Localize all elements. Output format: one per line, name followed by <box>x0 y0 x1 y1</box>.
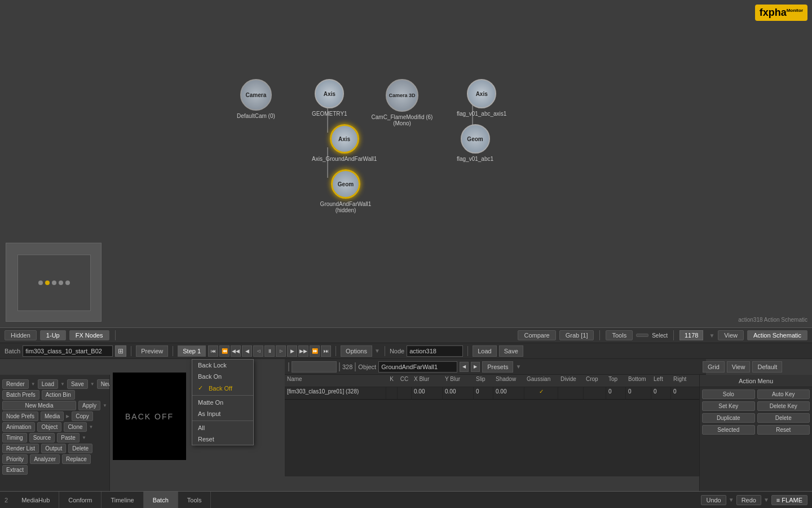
extract-btn[interactable]: Extract <box>2 465 28 475</box>
step-next-slow[interactable]: ▷ <box>276 345 286 357</box>
load-left-btn[interactable]: Load <box>38 379 58 389</box>
batch-input[interactable] <box>23 345 113 357</box>
step-prev[interactable]: ◀◀ <box>231 345 241 357</box>
camera3d-circle[interactable]: Camera 3D <box>386 79 418 112</box>
copy-left-btn[interactable]: Copy <box>72 411 92 421</box>
node-axis1[interactable]: Axis GEOMETRY1 <box>312 79 347 117</box>
step-end[interactable]: ⏭ <box>321 345 331 357</box>
object-input[interactable] <box>378 361 457 373</box>
solo-btn[interactable]: Solo <box>702 389 755 399</box>
node-camera1[interactable]: Camera DefaultCam (0) <box>237 79 275 119</box>
delete-key-btn[interactable]: Delete Key <box>757 401 810 411</box>
grab-btn[interactable]: Grab [1] <box>559 330 594 340</box>
step-prev-key[interactable]: ⏪ <box>219 345 230 357</box>
paste-left-btn[interactable]: Paste <box>57 433 80 443</box>
timing-btn[interactable]: Timing <box>2 433 27 443</box>
step-next1[interactable]: ▶ <box>287 345 297 357</box>
grid-btn[interactable]: Grid <box>703 361 725 373</box>
cell-crop <box>584 387 606 399</box>
tab-mediahub[interactable]: MediaHub <box>12 492 59 508</box>
reset-right-btn[interactable]: Reset <box>757 425 810 435</box>
compare-btn[interactable]: Compare <box>518 330 555 340</box>
undo-btn[interactable]: Undo <box>701 495 726 505</box>
menu-reset[interactable]: Reset <box>192 433 253 445</box>
delete-left-btn[interactable]: Delete <box>68 444 92 453</box>
node-axis3[interactable]: Axis Axis_GroundAndFarWall1 <box>312 124 377 162</box>
options-btn[interactable]: Options <box>341 345 372 357</box>
flame-btn[interactable]: ≡ FLAME <box>771 495 807 505</box>
tab-tools[interactable]: Tools <box>178 492 211 508</box>
source-btn[interactable]: Source <box>29 433 55 443</box>
delete-right-btn[interactable]: Delete <box>757 413 810 423</box>
output-btn[interactable]: Output <box>41 444 66 453</box>
node-geom1[interactable]: Geom flag_v01_abc1 <box>457 124 493 162</box>
step-start[interactable]: ⏮ <box>208 345 218 357</box>
render-list-btn[interactable]: Render List <box>2 444 39 453</box>
node-axis2[interactable]: Axis flag_v01_abc_axis1 <box>457 79 506 117</box>
preview-btn[interactable]: Preview <box>136 345 168 357</box>
action-bin-btn[interactable]: Action Bin <box>42 390 75 400</box>
set-key-btn[interactable]: Set Key <box>702 401 755 411</box>
view-bar-btn[interactable]: View <box>727 361 751 373</box>
clone-btn[interactable]: Clone <box>64 422 86 432</box>
tab-timeline[interactable]: Timeline <box>102 492 143 508</box>
batch-prefs-btn[interactable]: Batch Prefs <box>2 390 39 400</box>
apply-btn[interactable]: Apply <box>78 401 100 410</box>
node-prefs-btn[interactable]: Node Prefs <box>2 411 38 421</box>
axis2-circle[interactable]: Axis <box>467 79 496 108</box>
menu-back-lock[interactable]: Back Lock <box>192 360 253 371</box>
axis1-circle[interactable]: Axis <box>315 79 344 108</box>
node-geom2[interactable]: Geom GroundAndFarWall1 (hidden) <box>312 169 379 213</box>
auto-key-btn[interactable]: Auto Key <box>757 389 810 399</box>
view-1up-btn[interactable]: 1-Up <box>40 330 66 340</box>
step-prev1[interactable]: ◀ <box>242 345 252 357</box>
col-gaussian: Gaussian <box>524 375 558 387</box>
selected-btn[interactable]: Selected <box>702 425 755 435</box>
camera-circle[interactable]: Camera <box>240 79 272 111</box>
geom2-circle[interactable]: Geom <box>331 169 360 199</box>
tools-btn[interactable]: Tools <box>606 330 633 340</box>
obj-prev-btn[interactable]: ◀ <box>460 362 469 372</box>
media-btn[interactable]: Media <box>41 411 64 421</box>
replace-btn[interactable]: Replace <box>62 454 91 464</box>
fx-nodes-btn[interactable]: FX Nodes <box>69 330 109 340</box>
obj-next-btn[interactable]: ▶ <box>471 362 480 372</box>
action-schematic-btn[interactable]: Action Schematic <box>747 330 807 340</box>
render-btn[interactable]: Render <box>2 379 29 389</box>
node-input[interactable] <box>407 345 463 357</box>
new-btn[interactable]: New <box>97 379 110 389</box>
save-btn[interactable]: Save <box>499 345 523 357</box>
menu-back-on[interactable]: Back On <box>192 371 253 382</box>
tab-conform[interactable]: Conform <box>59 492 102 508</box>
step-prev-slow[interactable]: ◁ <box>253 345 263 357</box>
sep-ctrl-5 <box>467 346 468 356</box>
menu-all[interactable]: All <box>192 422 253 433</box>
default-btn[interactable]: Default <box>752 361 782 373</box>
presets-btn[interactable]: Presets <box>482 361 513 373</box>
obj-name-input[interactable] <box>292 361 337 373</box>
duplicate-btn[interactable]: Duplicate <box>702 413 755 423</box>
step-next-key[interactable]: ⏩ <box>310 345 320 357</box>
load-btn[interactable]: Load <box>473 345 496 357</box>
node-camera3d[interactable]: Camera 3D CamC_FlameModifid (6) (Mono) <box>368 79 436 126</box>
hidden-btn[interactable]: Hidden <box>5 330 37 340</box>
tab-batch[interactable]: Batch <box>144 492 178 508</box>
save-left-btn[interactable]: Save <box>67 379 88 389</box>
step-btn[interactable]: Step 1 <box>178 345 206 357</box>
batch-icon-btn[interactable]: ⊞ <box>115 345 126 357</box>
new-media-btn[interactable]: New Media <box>2 401 76 410</box>
menu-as-input[interactable]: As Input <box>192 408 253 419</box>
step-pause[interactable]: ⏸ <box>264 345 275 357</box>
menu-matte-on[interactable]: Matte On <box>192 397 253 408</box>
step-next[interactable]: ▶▶ <box>298 345 308 357</box>
object-left-btn[interactable]: Object <box>37 422 61 432</box>
select-btn[interactable] <box>636 334 648 337</box>
priority-btn[interactable]: Priority <box>2 454 28 464</box>
analyzer-btn[interactable]: Analyzer <box>30 454 60 464</box>
axis3-circle[interactable]: Axis <box>330 124 359 154</box>
geom1-circle[interactable]: Geom <box>461 124 490 154</box>
view-btn[interactable]: View <box>718 330 744 340</box>
redo-btn[interactable]: Redo <box>736 495 761 505</box>
animation-btn[interactable]: Animation <box>2 422 35 432</box>
menu-back-off[interactable]: ✓ Back Off <box>192 382 253 394</box>
